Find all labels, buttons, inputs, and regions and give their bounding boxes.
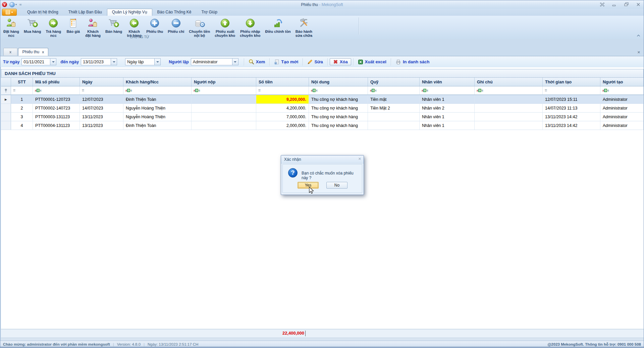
grid-cell[interactable]: 14/07/2023 11:13: [543, 104, 600, 112]
grid-header-cell[interactable]: Thời gian tạo: [543, 78, 600, 86]
grid-cell[interactable]: Đinh Thiện Toàn: [123, 95, 192, 103]
grid-filter-cell[interactable]: aBc: [475, 86, 543, 94]
tab-phieu-thu[interactable]: Phiếu thu x: [18, 48, 48, 56]
grid-filter-cell[interactable]: =: [543, 86, 600, 94]
ribbon-item[interactable]: Bán hàng: [103, 16, 124, 34]
menu-tab[interactable]: Báo Cáo Thống Kê: [152, 9, 197, 16]
grid-cell[interactable]: Nguyễn Hoàng Thiện: [123, 113, 192, 121]
grid-cell[interactable]: 13/11/2023 14:42: [543, 113, 600, 121]
to-date-input[interactable]: 13/11/2023: [81, 58, 117, 65]
grid-cell[interactable]: [475, 113, 543, 121]
grid-cell[interactable]: Administrator: [600, 121, 644, 130]
chevron-down-icon[interactable]: [50, 59, 56, 65]
grid-cell[interactable]: 7,000,000.: [256, 113, 309, 121]
grid-filter-cell[interactable]: =: [11, 86, 33, 94]
close-icon[interactable]: x: [42, 50, 44, 54]
ribbon-item[interactable]: Phiếu xuấtchuyển kho: [212, 16, 237, 38]
grid-header-cell[interactable]: Nhân viên: [420, 78, 475, 86]
grid-filter-cell[interactable]: aBc: [368, 86, 420, 94]
close-button[interactable]: [636, 2, 641, 7]
minimize-button[interactable]: [611, 2, 617, 7]
grid-cell[interactable]: [475, 104, 543, 112]
grid-header-cell[interactable]: Số tiền: [256, 78, 309, 86]
quick-access-button[interactable]: ▾: [9, 2, 17, 7]
grid-cell[interactable]: 13/11/2023 14:42: [543, 121, 600, 130]
chevron-down-icon[interactable]: [111, 59, 117, 65]
grid-cell[interactable]: 1: [11, 95, 33, 103]
tabstrip-close-icon[interactable]: ✕: [637, 50, 640, 55]
grid-cell[interactable]: [192, 121, 256, 130]
grid-cell[interactable]: [192, 95, 256, 103]
dialog-close-icon[interactable]: ✕: [358, 157, 361, 161]
grid-header-cell[interactable]: Quỹ: [368, 78, 420, 86]
grid-cell[interactable]: Thu công nợ khách hàng: [309, 121, 368, 130]
menu-tab[interactable]: Quản Lý Nghiệp Vụ: [107, 9, 152, 16]
action-button[interactable]: Xuất excel: [356, 59, 389, 65]
grid-cell[interactable]: Administrator: [600, 113, 644, 121]
grid-cell[interactable]: Nguyễn Hoàng Thiện: [123, 104, 192, 112]
ribbon-collapse-button[interactable]: [637, 33, 640, 38]
grid-cell[interactable]: Tiền mặt: [368, 95, 420, 103]
action-button[interactable]: In danh sách: [393, 59, 432, 65]
grid-cell[interactable]: [192, 113, 256, 121]
ribbon-item[interactable]: Trả hàngncc: [43, 16, 63, 38]
application-menu-button[interactable]: [2, 9, 17, 16]
ribbon-item[interactable]: Kháchđặt hàng: [83, 16, 103, 38]
ribbon-item[interactable]: Báo giá: [63, 16, 83, 34]
grid-cell[interactable]: Nhân viên 1: [420, 113, 475, 121]
grid-cell[interactable]: 2,000,000.: [256, 121, 309, 130]
restore-button[interactable]: [624, 2, 629, 7]
ribbon-item[interactable]: Mua hàng: [21, 16, 43, 34]
ribbon-item[interactable]: Bảo hànhsửa chữa: [293, 16, 315, 38]
ribbon-item[interactable]: Điều chỉnh tồn: [263, 16, 293, 34]
grid-cell[interactable]: Nhân viên 1: [420, 121, 475, 130]
delete-button[interactable]: Xóa: [330, 58, 351, 65]
ribbon-item[interactable]: Chuyển tiềnnội bộ: [186, 16, 212, 38]
grid-cell[interactable]: Administrator: [600, 104, 644, 112]
chevron-down-icon[interactable]: [232, 59, 238, 65]
grid-cell[interactable]: 12/07/2023: [80, 95, 123, 103]
action-button[interactable]: Tạo mới: [272, 59, 301, 65]
grid-cell[interactable]: 4: [11, 121, 33, 130]
grid-filter-cell[interactable]: aBc: [420, 86, 475, 94]
table-row[interactable]: 4PTT00004-13112313/11/2023Đinh Thiện Toà…: [1, 121, 644, 130]
ribbon-item[interactable]: Đặt hàngncc: [1, 16, 21, 38]
toolbar-customize-icon[interactable]: ≂: [19, 3, 21, 6]
grid-cell[interactable]: Thu công nợ khách hàng: [309, 104, 368, 112]
grid-filter-cell[interactable]: aBc: [33, 86, 80, 94]
grid-cell[interactable]: 3: [11, 113, 33, 121]
ribbon-item[interactable]: Phiếu thu: [144, 16, 165, 34]
grid-cell[interactable]: PTT00004-131123: [33, 121, 80, 130]
table-row[interactable]: 2PTT00002-14072314/07/2023Nguyễn Hoàng T…: [1, 104, 644, 113]
grid-cell[interactable]: PTT00001-120723: [33, 95, 80, 103]
grid-header-cell[interactable]: Người nộp: [192, 78, 256, 86]
grid-cell[interactable]: PTT00003-131123: [33, 113, 80, 121]
creator-select[interactable]: Administrator: [191, 58, 238, 65]
filter-pin-icon[interactable]: [1, 86, 11, 94]
grid-cell[interactable]: 13/11/2023: [80, 121, 123, 130]
grid-cell[interactable]: 2: [11, 104, 33, 112]
action-button[interactable]: Xem: [246, 58, 267, 65]
grid-header-cell[interactable]: Người tạo: [600, 78, 644, 86]
grid-cell[interactable]: 14/07/2023: [80, 104, 123, 112]
ribbon-item[interactable]: Phiếu chi: [165, 16, 186, 34]
menu-tab[interactable]: Trợ Giúp: [196, 9, 222, 16]
menu-tab[interactable]: Quản trị hệ thống: [22, 9, 63, 16]
no-button[interactable]: No: [326, 182, 347, 189]
grid-cell[interactable]: Administrator: [600, 95, 644, 103]
chevron-down-icon[interactable]: [154, 59, 160, 65]
grid-cell[interactable]: [475, 121, 543, 130]
grid-cell[interactable]: 13/11/2023: [80, 113, 123, 121]
grid-cell[interactable]: Thu công nợ khách hàng: [309, 95, 368, 103]
grid-header-cell[interactable]: STT: [11, 78, 33, 86]
close-tab-button[interactable]: x: [3, 48, 17, 56]
grid-header-cell[interactable]: Khách hàng/Ncc: [123, 78, 192, 86]
grid-filter-cell[interactable]: =: [80, 86, 123, 94]
grid-filter-cell[interactable]: =: [256, 86, 309, 94]
grid-header-cell[interactable]: Ngày: [80, 78, 123, 86]
grid-cell[interactable]: Nhân viên 2: [420, 104, 475, 112]
grid-cell[interactable]: [192, 104, 256, 112]
grid-cell[interactable]: 9,200,000.: [256, 95, 309, 103]
grid-cell[interactable]: Nhân viên 1: [420, 95, 475, 103]
grid-cell[interactable]: 12/07/2023 15:11: [543, 95, 600, 103]
